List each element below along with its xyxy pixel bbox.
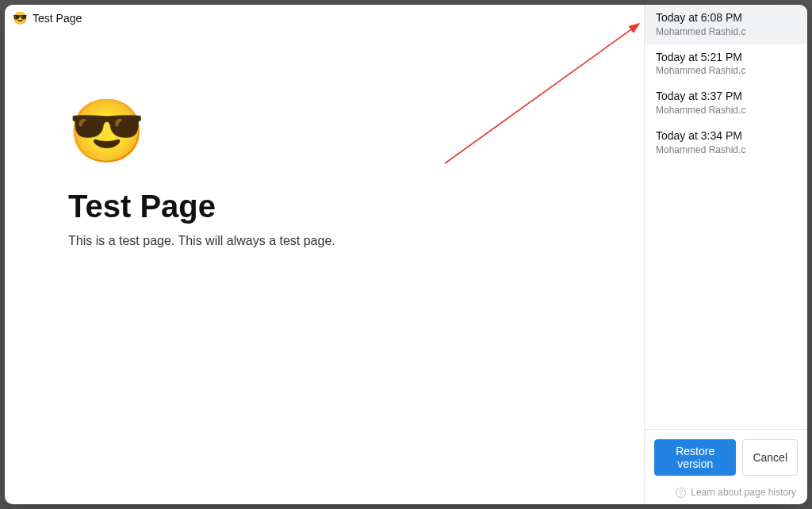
help-link[interactable]: ? Learn about page history <box>654 487 798 498</box>
sidebar-footer: Restore version Cancel ? Learn about pag… <box>645 429 807 504</box>
page-icon: 😎 <box>68 100 580 162</box>
help-text: Learn about page history <box>691 487 796 498</box>
page-body-text: This is a test page. This will always a … <box>68 234 580 248</box>
breadcrumb: 😎 Test Page <box>5 5 644 29</box>
page-icon-small: 😎 <box>13 11 28 25</box>
version-author: Mohammed Rashid.c <box>656 64 796 77</box>
version-item[interactable]: Today at 6:08 PMMohammed Rashid.c <box>645 5 807 44</box>
version-item[interactable]: Today at 5:21 PMMohammed Rashid.c <box>645 44 807 84</box>
page-preview: 😎 Test Page 😎 Test Page This is a test p… <box>5 5 644 504</box>
help-icon: ? <box>676 488 686 498</box>
version-time: Today at 5:21 PM <box>656 51 796 65</box>
version-item[interactable]: Today at 3:37 PMMohammed Rashid.c <box>645 83 807 123</box>
version-time: Today at 6:08 PM <box>656 11 796 25</box>
version-sidebar: Today at 6:08 PMMohammed Rashid.cToday a… <box>644 5 807 504</box>
page-content: 😎 Test Page This is a test page. This wi… <box>5 29 644 248</box>
version-author: Mohammed Rashid.c <box>656 25 796 38</box>
restore-button[interactable]: Restore version <box>654 439 736 476</box>
version-item[interactable]: Today at 3:34 PMMohammed Rashid.c <box>645 123 807 163</box>
version-time: Today at 3:34 PM <box>656 129 796 144</box>
version-list: Today at 6:08 PMMohammed Rashid.cToday a… <box>645 5 807 429</box>
version-author: Mohammed Rashid.c <box>656 144 796 156</box>
button-row: Restore version Cancel <box>654 439 798 476</box>
version-author: Mohammed Rashid.c <box>656 104 796 117</box>
breadcrumb-title: Test Page <box>33 12 82 25</box>
dialog-body: 😎 Test Page 😎 Test Page This is a test p… <box>5 5 807 504</box>
page-title: Test Page <box>68 189 580 224</box>
page-history-dialog: 😎 Test Page 😎 Test Page This is a test p… <box>5 5 807 504</box>
version-time: Today at 3:37 PM <box>656 90 796 104</box>
cancel-button[interactable]: Cancel <box>742 439 798 476</box>
